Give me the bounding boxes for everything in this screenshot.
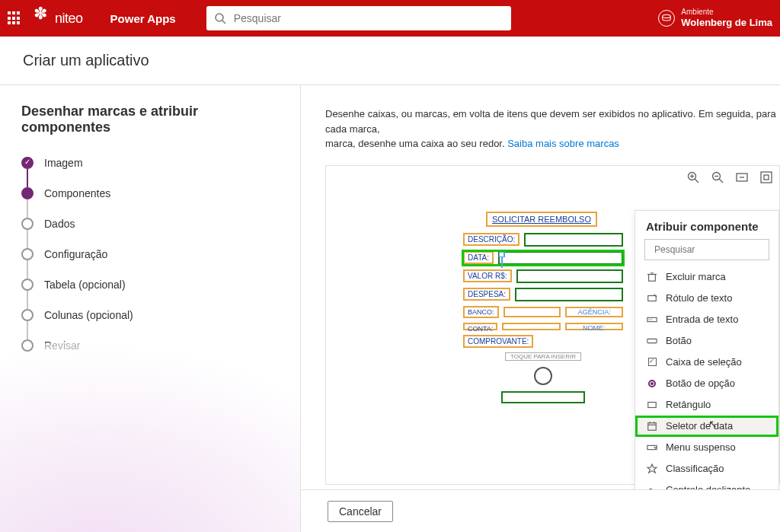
sketch-submit-box bbox=[501, 391, 585, 403]
step-dados[interactable]: Dados bbox=[21, 218, 279, 230]
step-label: Tabela (opcional) bbox=[44, 279, 126, 291]
step-configuracao[interactable]: Configuração bbox=[21, 248, 279, 260]
svg-line-8 bbox=[719, 179, 723, 183]
fit-width-icon[interactable] bbox=[735, 170, 749, 184]
label-icon bbox=[646, 292, 658, 304]
button-icon bbox=[646, 335, 658, 347]
sketch-label-comprovante: COMPROVANTE: bbox=[463, 335, 533, 348]
svg-rect-19 bbox=[648, 295, 657, 301]
step-tabela[interactable]: Tabela (opcional) bbox=[21, 279, 279, 291]
text-input-icon bbox=[646, 314, 658, 326]
assign-panel-title: Atribuir componente bbox=[635, 220, 778, 239]
global-search-input[interactable] bbox=[234, 12, 503, 24]
uploaded-sketch: SOLICITAR REEMBOLSO DESCRIÇÃO: DATA: VAL… bbox=[463, 212, 623, 403]
assign-item-botao-opcao[interactable]: Botão de opção bbox=[635, 373, 778, 394]
search-icon bbox=[214, 12, 226, 24]
sketch-title: SOLICITAR REEMBOLSO bbox=[486, 212, 597, 227]
hint-text: Desenhe caixas, ou marcas, em volta de i… bbox=[325, 107, 780, 151]
dropdown-icon bbox=[646, 441, 658, 454]
sketch-field bbox=[516, 269, 624, 283]
step-componentes[interactable]: Componentes bbox=[21, 187, 279, 199]
sketch-toque: TOQUE PARA INSERIR bbox=[505, 352, 581, 361]
step-label: Colunas (opcional) bbox=[44, 309, 133, 321]
wizard-footer: Cancelar bbox=[302, 489, 780, 532]
cancel-button[interactable]: Cancelar bbox=[328, 501, 393, 522]
app-launcher-icon[interactable] bbox=[8, 11, 21, 25]
sketch-label-banco: BANCO: bbox=[463, 306, 499, 318]
assign-item-excluir-marca[interactable]: Excluir marca bbox=[635, 266, 778, 288]
zoom-out-icon[interactable] bbox=[711, 170, 724, 184]
delete-icon bbox=[646, 271, 658, 283]
page-title: Criar um aplicativo bbox=[0, 37, 780, 85]
sketch-field bbox=[502, 323, 560, 330]
svg-rect-16 bbox=[649, 274, 656, 281]
product-name: Power Apps bbox=[110, 12, 176, 25]
sketch-label-nome: NOME: bbox=[565, 323, 623, 330]
app-header: niteo Power Apps Ambiente Wolenberg de L… bbox=[0, 0, 780, 37]
environment-selector[interactable]: Ambiente Wolenberg de Lima bbox=[658, 8, 772, 29]
assign-item-entrada-texto[interactable]: Entrada de texto bbox=[635, 309, 778, 330]
svg-rect-12 bbox=[761, 172, 772, 183]
step-label: Configuração bbox=[44, 248, 107, 260]
sketch-label-conta: CONTA: bbox=[463, 323, 497, 330]
svg-line-1 bbox=[222, 21, 225, 24]
sketch-label-despesa: DESPESA: bbox=[463, 288, 510, 301]
sketch-label-descricao: DESCRIÇÃO: bbox=[463, 233, 519, 246]
fit-screen-icon[interactable] bbox=[759, 170, 773, 184]
rectangle-icon bbox=[646, 399, 658, 411]
assign-item-retangulo[interactable]: Retângulo bbox=[635, 394, 778, 416]
assign-item-menu-suspenso[interactable]: Menu suspenso bbox=[635, 437, 778, 458]
assign-item-botao[interactable]: Botão bbox=[635, 330, 778, 352]
step-label: Imagem bbox=[44, 157, 83, 169]
zoom-in-icon[interactable] bbox=[686, 170, 700, 184]
assign-search-input[interactable] bbox=[654, 244, 769, 255]
learn-more-link[interactable]: Saiba mais sobre marcas bbox=[507, 138, 619, 149]
svg-point-0 bbox=[216, 14, 223, 21]
step-label: Componentes bbox=[44, 187, 110, 199]
wizard-steps-panel: Desenhar marcas e atribuir componentes I… bbox=[0, 85, 301, 532]
assign-search[interactable] bbox=[644, 239, 769, 260]
assign-item-caixa-selecao[interactable]: Caixa de seleção bbox=[635, 352, 778, 373]
brand-name: niteo bbox=[55, 11, 83, 27]
step-revisar[interactable]: Revisar bbox=[21, 339, 279, 352]
step-colunas[interactable]: Colunas (opcional) bbox=[21, 309, 279, 321]
sketch-field-selected bbox=[498, 251, 623, 265]
svg-line-4 bbox=[695, 179, 698, 183]
sketch-label-data: DATA: bbox=[463, 251, 494, 264]
step-label: Revisar bbox=[44, 339, 80, 352]
brand-logo: niteo bbox=[30, 7, 83, 30]
sketch-field bbox=[503, 307, 561, 317]
assign-item-seletor-data[interactable]: Seletor de data↖ bbox=[635, 416, 778, 437]
sketch-row-data-selected[interactable]: DATA: bbox=[463, 251, 623, 265]
decorative-wave bbox=[0, 343, 301, 532]
sketch-circle bbox=[534, 367, 552, 385]
brand-icon bbox=[30, 7, 53, 30]
checkbox-icon bbox=[646, 356, 658, 368]
assign-item-classificacao[interactable]: Classificação bbox=[635, 458, 778, 479]
svg-point-2 bbox=[663, 14, 671, 18]
sketch-label-valor: VALOR R$: bbox=[463, 269, 512, 282]
svg-rect-23 bbox=[647, 339, 657, 342]
design-canvas-panel: Desenhe caixas, ou marcas, em volta de i… bbox=[301, 85, 780, 532]
radio-icon bbox=[646, 377, 658, 390]
global-search[interactable] bbox=[206, 6, 511, 30]
environment-name: Wolenberg de Lima bbox=[681, 17, 772, 29]
step-label: Dados bbox=[44, 218, 75, 230]
svg-rect-13 bbox=[764, 175, 769, 180]
sketch-field bbox=[515, 288, 623, 301]
svg-rect-25 bbox=[648, 422, 657, 430]
environment-label: Ambiente bbox=[681, 8, 772, 17]
environment-icon bbox=[658, 10, 675, 27]
sketch-field bbox=[524, 233, 623, 247]
svg-rect-24 bbox=[648, 402, 657, 407]
wizard-title: Desenhar marcas e atribuir componentes bbox=[21, 104, 279, 135]
sketch-label-agencia: AGÊNCIA: bbox=[565, 307, 623, 317]
cursor-icon: ↖ bbox=[708, 418, 718, 430]
datepicker-icon bbox=[646, 420, 658, 432]
star-icon bbox=[646, 463, 658, 475]
assign-component-panel: Atribuir componente Excluir marca Rótulo… bbox=[635, 210, 779, 527]
step-imagem[interactable]: Imagem bbox=[21, 157, 279, 169]
assign-item-rotulo-texto[interactable]: Rótulo de texto bbox=[635, 288, 778, 309]
design-canvas[interactable]: SOLICITAR REEMBOLSO DESCRIÇÃO: DATA: VAL… bbox=[325, 165, 780, 485]
